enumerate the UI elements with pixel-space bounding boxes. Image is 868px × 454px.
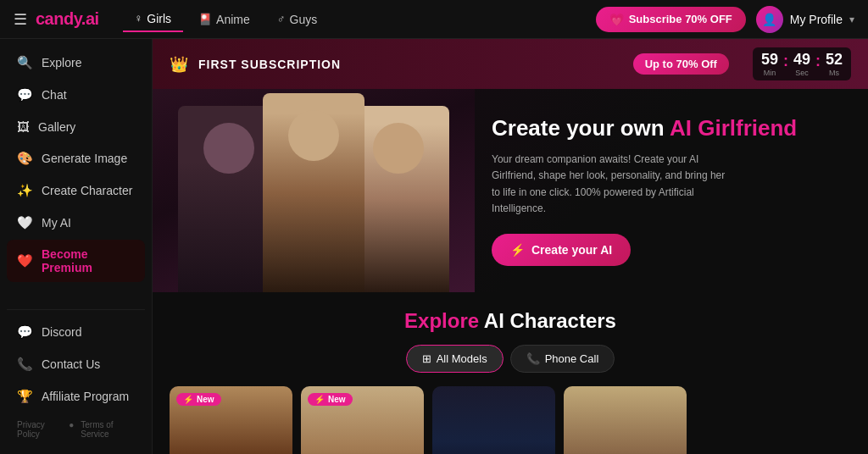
hero-cta-button[interactable]: ⚡ Create your AI (492, 234, 631, 266)
sidebar-item-generate[interactable]: 🎨 Generate Image (7, 143, 145, 174)
nav-girls[interactable]: ♀ Girls (123, 7, 184, 32)
main-layout: 🔍 Explore 💬 Chat 🖼 Gallery 🎨 Generate Im… (0, 39, 868, 454)
topnav-right: 💗 Subscribe 70% OFF 👤 My Profile ▾ (596, 6, 854, 33)
hero-title: Create your own AI Girlfriend (492, 115, 848, 141)
badge-lightning-icon-2: ⚡ (314, 395, 325, 404)
hero-copy: Create your own AI Girlfriend Your dream… (475, 89, 868, 292)
heart-icon: 💗 (609, 13, 624, 26)
sidebar-item-discord[interactable]: 💬 Discord (7, 317, 145, 347)
sidebar-item-explore[interactable]: 🔍 Explore (7, 47, 145, 78)
premium-icon: ❤️ (17, 253, 33, 269)
hero-figure-2 (263, 93, 364, 292)
generate-icon: 🎨 (17, 151, 33, 166)
anime-icon: 🎴 (198, 13, 212, 25)
sidebar-item-premium[interactable]: ❤️ Become Premium (7, 240, 145, 282)
timer-minutes: 59 Min (761, 51, 778, 77)
sidebar-item-contact[interactable]: 📞 Contact Us (7, 349, 145, 379)
contact-icon: 📞 (17, 357, 33, 372)
phone-icon: 📞 (526, 352, 540, 365)
hero-images (153, 89, 475, 292)
discord-icon: 💬 (17, 324, 33, 340)
filter-all-models[interactable]: ⊞ All Models (406, 345, 504, 373)
banner-title: FIRST SUBSCRIPTION (198, 58, 341, 71)
char-card-1[interactable]: ⚡ New 💬 (170, 386, 292, 454)
explore-filters: ⊞ All Models 📞 Phone Call (170, 345, 851, 373)
sidebar: 🔍 Explore 💬 Chat 🖼 Gallery 🎨 Generate Im… (0, 39, 153, 454)
subscription-banner[interactable]: 👑 FIRST SUBSCRIPTION Up to 70% Off 59 Mi… (153, 39, 868, 89)
timer-seconds: 49 Sec (793, 51, 810, 77)
logo: candy.ai (36, 9, 99, 29)
sidebar-footer: Privacy Policy ● Terms of Service (7, 413, 145, 446)
create-char-icon: ✨ (17, 183, 33, 198)
filter-phone-call[interactable]: 📞 Phone Call (510, 345, 615, 373)
char-card-4[interactable]: 💬 (564, 386, 687, 454)
explore-title: Explore AI Characters (170, 309, 851, 333)
profile-button[interactable]: 👤 My Profile ▾ (756, 6, 854, 33)
sidebar-item-gallery[interactable]: 🖼 Gallery (7, 112, 145, 141)
char-card-3[interactable]: 💬 (432, 386, 555, 454)
hero-image-group (153, 89, 475, 292)
char-image-4 (564, 386, 687, 454)
nav-guys[interactable]: ♂ Guys (265, 7, 329, 32)
sidebar-item-create-char[interactable]: ✨ Create Character (7, 175, 145, 206)
sidebar-item-my-ai[interactable]: 🤍 My AI (7, 208, 145, 238)
countdown-timer: 59 Min : 49 Sec : 52 Ms (753, 47, 851, 80)
char-badge-1: ⚡ New (176, 393, 221, 406)
terms-link[interactable]: Terms of Service (81, 420, 135, 439)
chevron-down-icon: ▾ (849, 14, 854, 25)
privacy-link[interactable]: Privacy Policy (17, 420, 62, 439)
sidebar-item-affiliate[interactable]: 🏆 Affiliate Program (7, 381, 145, 412)
crown-icon: 👑 (170, 55, 188, 74)
char-image-3 (432, 386, 555, 454)
main-nav: ♀ Girls 🎴 Anime ♂ Guys (123, 7, 596, 32)
char-card-2[interactable]: ⚡ New 💬 (301, 386, 424, 454)
timer-separator-1: : (782, 51, 790, 77)
timer-ms: 52 Ms (826, 51, 843, 77)
chat-icon: 💬 (17, 87, 33, 102)
subscribe-button[interactable]: 💗 Subscribe 70% OFF (596, 7, 746, 32)
main-content: 👑 FIRST SUBSCRIPTION Up to 70% Off 59 Mi… (153, 39, 868, 454)
guys-icon: ♂ (277, 13, 286, 25)
explore-section: Explore AI Characters ⊞ All Models 📞 Pho… (153, 292, 868, 454)
badge-lightning-icon: ⚡ (183, 395, 193, 404)
grid-icon: ⊞ (422, 352, 431, 365)
banner-badge: Up to 70% Off (633, 53, 729, 75)
character-cards-row: ⚡ New 💬 ⚡ New 💬 💬 (170, 386, 851, 454)
char-badge-2: ⚡ New (308, 393, 353, 406)
nav-anime[interactable]: 🎴 Anime (186, 7, 262, 32)
hamburger-icon[interactable]: ☰ (14, 10, 27, 29)
girls-icon: ♀ (135, 12, 143, 25)
sidebar-item-chat[interactable]: 💬 Chat (7, 80, 145, 110)
avatar: 👤 (756, 6, 783, 33)
explore-icon: 🔍 (17, 55, 33, 70)
lightning-icon: ⚡ (510, 243, 525, 257)
topnav: ☰ candy.ai ♀ Girls 🎴 Anime ♂ Guys 💗 Subs… (0, 0, 868, 39)
my-ai-icon: 🤍 (17, 215, 33, 230)
timer-separator-2: : (814, 51, 822, 77)
affiliate-icon: 🏆 (17, 389, 33, 404)
gallery-icon: 🖼 (17, 119, 30, 134)
hero-section: Create your own AI Girlfriend Your dream… (153, 89, 868, 292)
hero-description: Your dream companion awaits! Create your… (492, 152, 729, 217)
sidebar-bottom: 💬 Discord 📞 Contact Us 🏆 Affiliate Progr… (7, 309, 145, 446)
